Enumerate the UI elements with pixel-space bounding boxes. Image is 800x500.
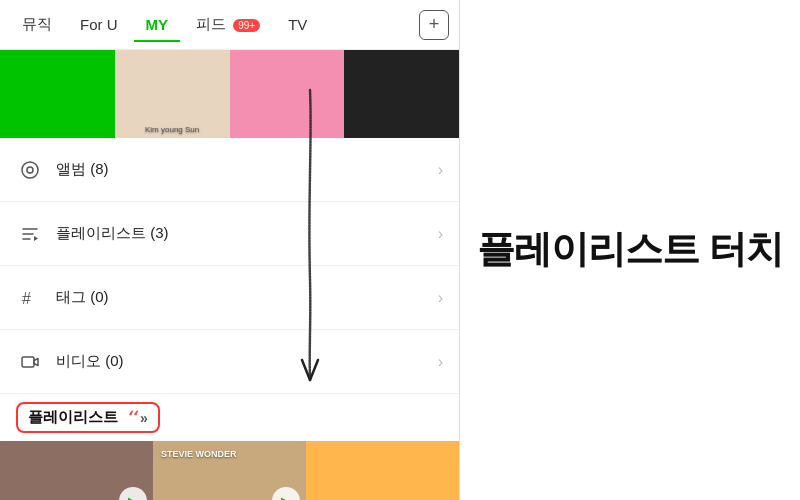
menu-arrow-video: › [438, 353, 443, 371]
nav-item-music[interactable]: 뮤직 [10, 7, 64, 42]
playlist-icon [16, 220, 44, 248]
wiggle-marks: ʻʻ [126, 408, 136, 427]
thumb-item-1[interactable]: ▶ [0, 441, 153, 500]
menu-item-video[interactable]: 비디오 (0) › [0, 330, 459, 394]
album-thumb-3[interactable] [230, 50, 345, 138]
svg-text:#: # [22, 290, 31, 307]
menu-arrow-playlist: › [438, 225, 443, 243]
nav-item-tv[interactable]: TV [276, 8, 319, 41]
menu-item-album[interactable]: 앨범 (8) › [0, 138, 459, 202]
right-instruction-text: 플레이리스트 터치 [477, 225, 783, 274]
album-icon [16, 156, 44, 184]
menu-text-tag: 태그 (0) [56, 288, 438, 307]
nav-item-my[interactable]: MY [134, 8, 181, 41]
menu-item-playlist[interactable]: 플레이리스트 (3) › [0, 202, 459, 266]
album-thumb-4[interactable] [344, 50, 459, 138]
video-icon [16, 348, 44, 376]
album-thumbnail-row: Kim young Sun [0, 50, 459, 138]
play-button-1[interactable]: ▶ [119, 487, 147, 500]
nav-plus-button[interactable]: + [419, 10, 449, 40]
nav-label-foru: For U [80, 16, 118, 33]
menu-text-album: 앨범 (8) [56, 160, 438, 179]
nav-label-my: MY [146, 16, 169, 33]
nav-item-foru[interactable]: For U [68, 8, 130, 41]
nav-label-tv: TV [288, 16, 307, 33]
right-panel: 플레이리스트 터치 [460, 0, 800, 500]
thumb-title-2: STEVIE WONDER [161, 449, 298, 459]
left-panel: 뮤직 For U MY 피드 99+ TV + Kim young Sun [0, 0, 460, 500]
menu-text-playlist: 플레이리스트 (3) [56, 224, 438, 243]
top-nav: 뮤직 For U MY 피드 99+ TV + [0, 0, 459, 50]
svg-rect-3 [22, 357, 34, 367]
thumb-item-3[interactable] [306, 441, 459, 500]
menu-text-video: 비디오 (0) [56, 352, 438, 371]
thumb-item-2[interactable]: STEVIE WONDER ▶ [153, 441, 306, 500]
bottom-thumbnail-row: ▶ STEVIE WONDER ▶ [0, 441, 459, 500]
menu-list: 앨범 (8) › 플레이리스트 (3) › # 태그 (0) › [0, 138, 459, 394]
menu-arrow-tag: › [438, 289, 443, 307]
album-thumb-1[interactable] [0, 50, 115, 138]
album-label-2: Kim young Sun [115, 125, 230, 134]
playlist-section-label: 플레이리스트 [28, 408, 118, 427]
tag-icon: # [16, 284, 44, 312]
svg-point-1 [27, 167, 33, 173]
svg-point-0 [22, 162, 38, 178]
album-thumb-2[interactable]: Kim young Sun [115, 50, 230, 138]
play-button-2[interactable]: ▶ [272, 487, 300, 500]
playlist-label-row: 플레이리스트 ʻʻ [0, 394, 459, 441]
nav-item-feed[interactable]: 피드 99+ [184, 7, 272, 42]
nav-label-music: 뮤직 [22, 15, 52, 32]
feed-badge: 99+ [233, 19, 260, 32]
menu-item-tag[interactable]: # 태그 (0) › [0, 266, 459, 330]
nav-label-feed: 피드 [196, 15, 226, 32]
menu-arrow-album: › [438, 161, 443, 179]
playlist-label-box[interactable]: 플레이리스트 ʻʻ [16, 402, 160, 433]
